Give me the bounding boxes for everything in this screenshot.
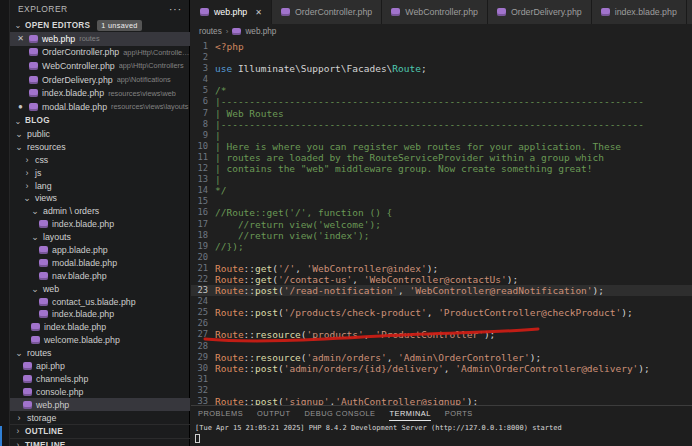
- code-line[interactable]: 19//});: [191, 241, 692, 252]
- tab-WebController-php[interactable]: WebController.php: [382, 0, 488, 24]
- tree-folder[interactable]: ⌄web: [10, 282, 190, 295]
- code-line[interactable]: 25Route::post('/products/check-product',…: [191, 307, 692, 318]
- chevron-down-icon[interactable]: ⌄: [15, 142, 23, 152]
- panel-tab-output[interactable]: OUTPUT: [257, 406, 290, 421]
- chevron-down-icon[interactable]: ⌄: [23, 193, 31, 203]
- code-line[interactable]: 17 //return view('welcome');: [191, 219, 692, 230]
- tree-folder[interactable]: ⌄resources: [10, 140, 190, 153]
- tree-folder[interactable]: ⌄public: [10, 128, 190, 141]
- code-line[interactable]: 18 //return view('index');: [191, 230, 692, 241]
- breadcrumb[interactable]: routes › web.php: [191, 24, 692, 38]
- chevron-down-icon[interactable]: ⌄: [31, 284, 39, 294]
- close-icon[interactable]: ✕: [16, 34, 25, 43]
- more-actions-icon[interactable]: ···: [169, 4, 182, 15]
- tree-file[interactable]: web.php: [10, 398, 190, 411]
- tree-folder[interactable]: ›css: [10, 153, 190, 166]
- tree-file[interactable]: contact_us.blade.php: [10, 295, 190, 308]
- line-text: Route::resource('admin/orders', 'Admin\O…: [208, 352, 541, 363]
- chevron-down-icon[interactable]: ⌄: [31, 232, 39, 242]
- panel-tab-debug-console[interactable]: DEBUG CONSOLE: [304, 406, 375, 421]
- tab-modal-bla[interactable]: modal.bla: [687, 0, 692, 24]
- tab-web-php[interactable]: web.php✕: [191, 0, 272, 24]
- tree-folder[interactable]: ›storage: [10, 411, 190, 424]
- chevron-right-icon[interactable]: ›: [23, 181, 31, 191]
- tree-file[interactable]: welcome.blade.php: [10, 334, 190, 347]
- project-section-header[interactable]: ⌄ BLOG: [10, 114, 190, 128]
- tree-folder[interactable]: ⌄routes: [10, 347, 190, 360]
- code-editor[interactable]: 1<?php2 3use Illuminate\Support\Facades\…: [191, 38, 692, 405]
- terminal-cursor: [195, 434, 200, 443]
- code-line[interactable]: 11| routes are loaded by the RouteServic…: [191, 152, 692, 163]
- code-line[interactable]: 23Route::post('/read-notification', 'Web…: [191, 285, 692, 296]
- chevron-right-icon[interactable]: ›: [23, 168, 31, 178]
- sidebar-section-outline[interactable]: ›OUTLINE: [10, 424, 190, 438]
- tab-OrderController-php[interactable]: OrderController.php: [272, 0, 382, 24]
- code-line[interactable]: 13|: [191, 174, 692, 185]
- line-text: Route::get('/contact-us', 'WebController…: [208, 274, 518, 285]
- panel-tab-ports[interactable]: PORTS: [445, 406, 473, 421]
- code-line[interactable]: 4: [191, 74, 692, 85]
- code-line[interactable]: 22Route::get('/contact-us', 'WebControll…: [191, 274, 692, 285]
- chevron-right-icon[interactable]: ›: [15, 413, 23, 423]
- tab-index-blade-php[interactable]: index.blade.php: [592, 0, 687, 24]
- panel-tab-problems[interactable]: PROBLEMS: [198, 406, 243, 421]
- code-line[interactable]: 9|: [191, 130, 692, 141]
- open-editor-item[interactable]: index.blade.phpresources\views\web: [10, 86, 190, 100]
- tree-folder[interactable]: ⌄admin \ orders: [10, 205, 190, 218]
- code-line[interactable]: 20: [191, 252, 692, 263]
- code-line[interactable]: 31: [191, 374, 692, 385]
- code-line[interactable]: 8|--------------------------------------…: [191, 119, 692, 130]
- chevron-down-icon[interactable]: ⌄: [15, 129, 23, 139]
- tree-file[interactable]: modal.blade.php: [10, 256, 190, 269]
- tree-folder[interactable]: ›js: [10, 166, 190, 179]
- code-line[interactable]: 6|--------------------------------------…: [191, 96, 692, 107]
- chevron-right-icon[interactable]: ›: [23, 155, 31, 165]
- open-editor-item[interactable]: OrderController.phpapp\Http\Controller..…: [10, 46, 190, 60]
- tree-file[interactable]: index.blade.php: [10, 321, 190, 334]
- open-editor-item[interactable]: WebController.phpapp\Http\Controllers: [10, 59, 190, 73]
- terminal-output[interactable]: [Tue Apr 15 21:05:21 2025] PHP 8.4.2 Dev…: [191, 421, 692, 443]
- tree-file[interactable]: index.blade.php: [10, 308, 190, 321]
- code-line[interactable]: 7| Web Routes: [191, 108, 692, 119]
- code-line[interactable]: 15: [191, 196, 692, 207]
- code-line[interactable]: 21Route::get('/', 'WebController@index')…: [191, 263, 692, 274]
- tree-file[interactable]: app.blade.php: [10, 244, 190, 257]
- code-line[interactable]: 2: [191, 52, 692, 63]
- code-line[interactable]: 10| Here is where you can register web r…: [191, 141, 692, 152]
- open-editor-item[interactable]: ●modal.blade.phpresources\views\layouts: [10, 100, 190, 114]
- open-editor-item[interactable]: OrderDelivery.phpapp\Notifications: [10, 73, 190, 87]
- tree-folder[interactable]: ⌄layouts: [10, 231, 190, 244]
- chevron-down-icon[interactable]: ⌄: [15, 348, 23, 358]
- tree-folder[interactable]: ›lang: [10, 179, 190, 192]
- code-line[interactable]: 12| contains the "web" middleware group.…: [191, 163, 692, 174]
- activity-bar[interactable]: [0, 0, 10, 446]
- code-line[interactable]: 30Route::post('admin/orders/{id}/deliver…: [191, 363, 692, 374]
- panel-tab-terminal[interactable]: TERMINAL: [389, 406, 430, 421]
- tree-file[interactable]: api.php: [10, 360, 190, 373]
- tree-file[interactable]: console.php: [10, 385, 190, 398]
- tree-file[interactable]: index.blade.php: [10, 218, 190, 231]
- chevron-down-icon[interactable]: ⌄: [31, 206, 39, 216]
- code-line[interactable]: 33Route::post('signup','AuthController@s…: [191, 396, 692, 405]
- code-line[interactable]: 24: [191, 296, 692, 307]
- code-line[interactable]: 29Route::resource('admin/orders', 'Admin…: [191, 352, 692, 363]
- code-line[interactable]: 5/*: [191, 85, 692, 96]
- code-line[interactable]: 27Route::resource('products', 'ProductCo…: [191, 329, 692, 340]
- tab-OrderDelivery-php[interactable]: OrderDelivery.php: [488, 0, 592, 24]
- sidebar-section-timeline[interactable]: ›TIMELINE: [10, 438, 190, 446]
- code-line[interactable]: 16//Route::get('/', function () {: [191, 207, 692, 218]
- code-line[interactable]: 1<?php: [191, 41, 692, 52]
- open-editor-item[interactable]: ✕web.phproutes: [10, 32, 190, 46]
- open-editors-section-header[interactable]: ⌄ OPEN EDITORS 1 unsaved: [10, 18, 190, 32]
- code-line[interactable]: 32: [191, 385, 692, 396]
- breadcrumb-folder[interactable]: routes: [199, 27, 222, 36]
- code-line[interactable]: 26: [191, 318, 692, 329]
- tree-file[interactable]: channels.php: [10, 372, 190, 385]
- tree-folder[interactable]: ⌄views: [10, 192, 190, 205]
- code-line[interactable]: 28: [191, 341, 692, 352]
- code-line[interactable]: 14*/: [191, 185, 692, 196]
- code-line[interactable]: 3use Illuminate\Support\Facades\Route;: [191, 63, 692, 74]
- close-icon[interactable]: ✕: [255, 8, 262, 17]
- tree-file[interactable]: nav.blade.php: [10, 269, 190, 282]
- breadcrumb-file[interactable]: web.php: [245, 27, 276, 36]
